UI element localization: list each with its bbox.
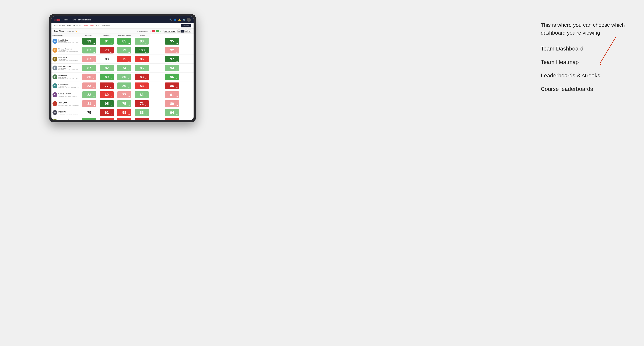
score-value-4-0: 85 xyxy=(87,75,91,79)
score-cell-2-2: 75 -3▼ xyxy=(116,55,133,64)
last-rounds-button[interactable]: Last Rounds: 20 xyxy=(163,30,176,32)
player-club-0: Royal North Devon Golf Club, United King… xyxy=(58,42,80,43)
score-cell-6-4: 91 -3▼ xyxy=(150,90,194,99)
score-change-4-2: 3▲ xyxy=(128,78,130,79)
player-cell-5[interactable]: C Charlie Quick 6-10 Handicap St. George… xyxy=(52,81,80,90)
player-cell-8[interactable]: M Matt Miller 6-10 Handicap Woburn Golf … xyxy=(52,108,80,117)
player-cell-4[interactable]: D David Ford Plus Handicap Royal North D… xyxy=(52,72,80,81)
score-change-6-3: 4▲ xyxy=(146,96,148,97)
score-change-1-4: -3▼ xyxy=(176,51,178,53)
score-value-8-3: 88 xyxy=(140,111,144,115)
avatar[interactable] xyxy=(187,18,191,22)
score-cell-5-2: 80 1▲ xyxy=(116,81,133,90)
score-change-0-2: 8▲ xyxy=(128,43,130,44)
table-row: E Edward Crossman 1-5 Handicap Sunningda… xyxy=(52,46,194,55)
player-club-6: Craigmillar Park, United Kingdom xyxy=(58,96,76,97)
player-avatar-6: C xyxy=(52,92,58,97)
score-box-6-0: 82 3▲ xyxy=(82,91,96,98)
bar-red xyxy=(152,30,156,32)
score-cell-8-4: 94 3▲ xyxy=(150,108,194,117)
player-cell-7[interactable]: J Josh Coles 1-5 Handicap Royal North De… xyxy=(52,99,80,108)
score-box-4-2: 80 3▲ xyxy=(117,74,131,80)
nav-my-performance[interactable]: My Performance xyxy=(78,19,91,21)
last-rounds-label: Last Rounds: xyxy=(164,30,173,32)
round-change-label: 20 Round Change xyxy=(137,30,148,32)
player-avatar-3: D xyxy=(52,65,58,70)
score-box-4-3: 83 -10▼ xyxy=(135,74,149,80)
player-cell-9[interactable]: A Aaron Nicholls 11-15 Handicap Drift Go… xyxy=(52,117,80,120)
score-box-6-1: 60 2▲ xyxy=(100,91,114,98)
nav-home[interactable]: Home xyxy=(64,19,68,21)
col-player-quality[interactable]: Player Quality ▾ xyxy=(52,34,80,37)
score-box-5-3: 83 -6▼ xyxy=(135,82,149,89)
add-team-button[interactable]: Add Team xyxy=(180,24,191,27)
score-value-7-0: 81 xyxy=(87,102,91,106)
score-value-3-3: 85 xyxy=(140,66,144,70)
score-value-3-0: 87 xyxy=(87,66,91,70)
score-value-9-2: 58 xyxy=(122,120,126,120)
chart-view-icon[interactable]: ⊟ xyxy=(184,29,188,33)
subnav-pga[interactable]: PGA xyxy=(67,24,71,27)
player-count: 14 Players xyxy=(68,30,74,32)
players-table: Player Quality ▾ Off the Tee ▾ Approach … xyxy=(52,34,194,120)
score-cell-5-0: 83 -3▼ xyxy=(80,81,98,90)
red-value: -5 xyxy=(150,30,152,32)
subnav-all-players[interactable]: All Players xyxy=(102,24,110,27)
bell-icon[interactable]: 🔔 xyxy=(178,18,181,21)
score-box-9-2: 58 10▲ xyxy=(117,118,131,120)
score-change-1-0: 1▲ xyxy=(93,51,95,53)
score-cell-3-1: 82 4▲ xyxy=(98,64,116,72)
grid-view-icon[interactable]: ⊞ xyxy=(178,29,180,33)
player-name-9: Aaron Nicholls xyxy=(58,119,76,120)
settings-icon[interactable]: ⚙️ xyxy=(182,18,185,21)
score-box-6-2: 77 -3▼ xyxy=(117,91,131,98)
col-putting[interactable]: Putting ▾ xyxy=(133,34,150,37)
score-cell-1-3: 103 15▲ xyxy=(133,46,150,55)
subnav-hcaps[interactable]: Hcaps 1-5 xyxy=(74,24,82,27)
col-off-tee[interactable]: Off the Tee ▾ xyxy=(80,34,98,37)
score-change-7-3: -11▼ xyxy=(145,105,148,106)
score-value-1-3: 103 xyxy=(139,48,144,52)
table-row: C Chris Robertson 1-5 Handicap Craigmill… xyxy=(52,90,194,99)
score-cell-4-0: 85 -3▼ xyxy=(80,72,98,81)
score-box-3-1: 82 4▲ xyxy=(100,65,114,71)
score-box-5-0: 83 -3▼ xyxy=(82,82,96,89)
player-name-5: Charlie Quick xyxy=(58,84,80,85)
subnav-pgat[interactable]: PGAT Players xyxy=(54,24,65,27)
nav-icons: 🔍 👤 🔔 ⚙️ xyxy=(170,18,191,22)
score-cell-6-2: 77 -3▼ xyxy=(116,90,133,99)
player-info-0: Blair McHarg Plus Handicap Royal North D… xyxy=(58,39,80,43)
score-box-2-1: 88 xyxy=(100,56,114,62)
score-change-3-2: 1▲ xyxy=(128,69,130,71)
list-view-icon[interactable]: ≡ xyxy=(181,29,184,33)
score-cell-5-1: 77 -14▼ xyxy=(98,81,116,90)
col-approach[interactable]: Approach ▾ xyxy=(98,34,116,37)
subnav-tour[interactable]: Tour xyxy=(96,24,100,27)
score-box-3-2: 74 1▲ xyxy=(117,65,131,71)
player-cell-0[interactable]: B Blair McHarg Plus Handicap Royal North… xyxy=(52,37,80,46)
last-rounds-value: 20 xyxy=(173,30,175,32)
player-cell-3[interactable]: D Dave Billingham 1-5 Handicap Gog Magog… xyxy=(52,64,80,72)
search-icon[interactable]: 🔍 xyxy=(170,18,172,21)
col-around-green[interactable]: Around the Green ▾ xyxy=(116,34,133,37)
nav-teams[interactable]: Teams xyxy=(71,19,76,21)
player-cell-1[interactable]: E Edward Crossman 1-5 Handicap Sunningda… xyxy=(52,46,80,55)
score-change-5-4: -8▼ xyxy=(176,87,178,88)
player-cell-2[interactable]: E Elliot Ebert 1-5 Handicap Sunningdale … xyxy=(52,55,80,64)
score-value-1-4: 92 xyxy=(170,48,174,52)
score-change-6-0: 3▲ xyxy=(93,96,95,97)
subnav-team-clippd[interactable]: Team Clippd xyxy=(84,24,94,27)
player-cell-6[interactable]: C Chris Robertson 1-5 Handicap Craigmill… xyxy=(52,90,80,99)
score-cell-6-0: 82 3▲ xyxy=(80,90,98,99)
score-box-5-4: 86 -8▼ xyxy=(165,82,179,89)
score-cell-9-0: 74 -8▲ xyxy=(80,117,98,120)
score-cell-4-1: 89 7▲ xyxy=(98,72,116,81)
download-icon[interactable]: ↓ xyxy=(188,29,191,33)
user-icon[interactable]: 👤 xyxy=(174,18,176,21)
score-change-1-2: 9▲ xyxy=(128,51,130,53)
score-change-7-1: 8▲ xyxy=(111,105,113,106)
edit-icon[interactable]: ✏️ xyxy=(76,30,78,32)
score-change-3-4: 1▲ xyxy=(176,69,178,71)
score-value-4-2: 80 xyxy=(122,75,126,79)
player-avatar-4: D xyxy=(52,74,58,79)
